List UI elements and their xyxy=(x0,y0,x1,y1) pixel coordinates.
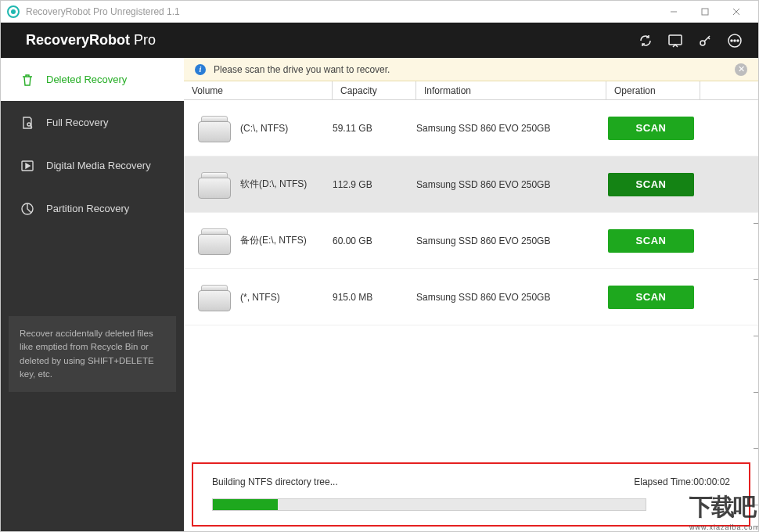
volume-row[interactable]: (C:\, NTFS) 59.11 GB Samsung SSD 860 EVO… xyxy=(184,100,758,156)
col-spacer xyxy=(700,81,758,99)
notice-bar: i Please scan the drive you want to reco… xyxy=(184,58,758,81)
content-pane: i Please scan the drive you want to reco… xyxy=(184,58,758,531)
trash-icon xyxy=(20,72,35,88)
window-title: RecoveryRobot Pro Unregistered 1.1 xyxy=(26,6,658,17)
volume-name: (C:\, NTFS) xyxy=(240,123,333,134)
notice-text: Please scan the drive you want to recove… xyxy=(214,64,390,75)
brand-light: Pro xyxy=(130,32,156,48)
drive-icon xyxy=(198,283,231,311)
brand-strong: RecoveryRobot xyxy=(26,32,130,48)
volume-info: Samsung SSD 860 EVO 250GB xyxy=(416,123,604,134)
maximize-button[interactable] xyxy=(689,1,721,23)
svg-point-8 xyxy=(734,40,736,41)
svg-rect-1 xyxy=(702,9,708,15)
volume-capacity: 112.9 GB xyxy=(333,179,416,190)
scan-button[interactable]: SCAN xyxy=(608,117,694,140)
progress-status: Building NTFS directory tree... xyxy=(212,476,634,487)
progress-panel: Building NTFS directory tree... Elapsed … xyxy=(192,462,750,527)
volume-row[interactable]: 软件(D:\, NTFS) 112.9 GB Samsung SSD 860 E… xyxy=(184,156,758,213)
svg-point-7 xyxy=(731,40,732,41)
svg-point-10 xyxy=(27,123,31,126)
drive-icon xyxy=(198,227,231,255)
sidebar-item-full-recovery[interactable]: Full Recovery xyxy=(1,101,184,144)
elapsed-label: Elapsed Time: xyxy=(634,476,693,487)
sidebar-item-partition-recovery[interactable]: Partition Recovery xyxy=(1,187,184,230)
volume-name: 软件(D:\, NTFS) xyxy=(240,178,333,191)
brand: RecoveryRobot Pro xyxy=(26,32,638,49)
sidebar-item-deleted-recovery[interactable]: Deleted Recovery xyxy=(1,58,184,101)
col-volume[interactable]: Volume xyxy=(184,81,333,99)
play-icon xyxy=(20,158,35,174)
volume-info: Samsung SSD 860 EVO 250GB xyxy=(416,292,604,303)
col-capacity[interactable]: Capacity xyxy=(333,81,416,99)
volume-capacity: 915.0 MB xyxy=(333,292,416,303)
drive-icon xyxy=(198,114,231,142)
volume-list: (C:\, NTFS) 59.11 GB Samsung SSD 860 EVO… xyxy=(184,100,758,325)
sidebar-item-label: Digital Media Recovery xyxy=(46,160,151,171)
app-header: RecoveryRobot Pro xyxy=(1,23,758,58)
svg-rect-4 xyxy=(669,35,682,45)
partition-icon xyxy=(20,201,35,217)
refresh-icon[interactable] xyxy=(638,33,653,49)
scan-button[interactable]: SCAN xyxy=(608,286,694,309)
feedback-icon[interactable] xyxy=(667,33,683,49)
column-header: Volume Capacity Information Operation xyxy=(184,81,758,100)
window-titlebar: RecoveryRobot Pro Unregistered 1.1 xyxy=(1,1,758,23)
more-icon[interactable] xyxy=(727,33,743,49)
volume-row[interactable]: 备份(E:\, NTFS) 60.00 GB Samsung SSD 860 E… xyxy=(184,213,758,269)
main-area: Deleted Recovery Full Recovery Digital M… xyxy=(1,58,758,531)
app-icon xyxy=(7,5,20,18)
scan-button[interactable]: SCAN xyxy=(608,229,694,253)
minimize-button[interactable] xyxy=(658,1,689,23)
volume-info: Samsung SSD 860 EVO 250GB xyxy=(416,235,604,246)
sidebar: Deleted Recovery Full Recovery Digital M… xyxy=(1,58,184,531)
volume-info: Samsung SSD 860 EVO 250GB xyxy=(416,179,604,190)
sidebar-item-label: Partition Recovery xyxy=(46,203,129,214)
info-icon: i xyxy=(195,64,206,75)
document-search-icon xyxy=(20,115,35,131)
progress-bar xyxy=(212,498,646,511)
svg-point-9 xyxy=(737,40,739,41)
volume-row[interactable]: (*, NTFS) 915.0 MB Samsung SSD 860 EVO 2… xyxy=(184,269,758,325)
col-information[interactable]: Information xyxy=(416,81,606,99)
notice-close-icon[interactable]: ✕ xyxy=(735,63,747,76)
scan-button[interactable]: SCAN xyxy=(608,173,694,196)
key-icon[interactable] xyxy=(697,33,713,49)
drive-icon xyxy=(198,171,231,199)
volume-capacity: 59.11 GB xyxy=(333,123,416,134)
sidebar-item-digital-media[interactable]: Digital Media Recovery xyxy=(1,144,184,187)
volume-name: 备份(E:\, NTFS) xyxy=(240,234,333,247)
window-controls xyxy=(658,1,752,23)
progress-fill xyxy=(213,499,278,510)
sidebar-item-label: Deleted Recovery xyxy=(46,74,127,85)
close-button[interactable] xyxy=(721,1,752,23)
volume-capacity: 60.00 GB xyxy=(333,235,416,246)
col-operation[interactable]: Operation xyxy=(606,81,700,99)
volume-name: (*, NTFS) xyxy=(240,292,333,303)
sidebar-item-label: Full Recovery xyxy=(46,117,108,128)
elapsed-value: 00:00:02 xyxy=(693,476,730,487)
sidebar-tip: Recover accidentally deleted files like … xyxy=(9,316,176,392)
header-actions xyxy=(638,33,743,49)
